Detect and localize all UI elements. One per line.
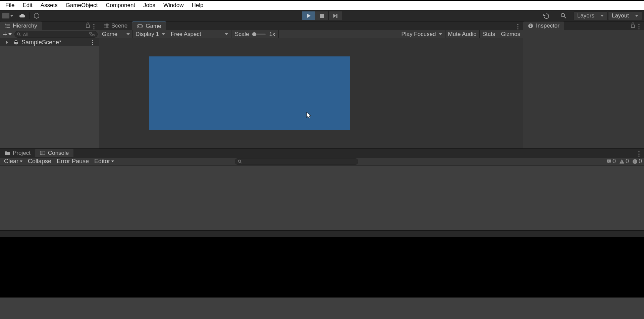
- tab-project[interactable]: Project: [0, 149, 35, 157]
- game-viewport[interactable]: [99, 38, 523, 148]
- menu-jobs[interactable]: Jobs: [139, 1, 159, 10]
- lock-icon[interactable]: [631, 22, 635, 30]
- cloud-icon: [19, 13, 25, 18]
- console-clear-button[interactable]: Clear: [2, 157, 24, 166]
- cloud-button[interactable]: [16, 11, 28, 20]
- chevron-down-icon: [111, 161, 114, 162]
- console-editor-dropdown[interactable]: Editor: [92, 157, 116, 166]
- console-counters: 0 0 0: [606, 158, 642, 165]
- menu-component[interactable]: Component: [102, 1, 139, 10]
- play-focused-label: Play Focused: [401, 31, 436, 38]
- menu-edit[interactable]: Edit: [18, 1, 36, 10]
- lower-panel: Project Console ⋮ Clear Collapse Error P…: [0, 148, 644, 230]
- warning-icon: [619, 159, 625, 164]
- chevron-down-icon: [225, 33, 228, 35]
- console-toolbar: Clear Collapse Error Pause Editor 0 0 0: [0, 157, 644, 166]
- inspector-panel: Inspector ⋮: [523, 21, 644, 148]
- aspect-dropdown[interactable]: Free Aspect: [168, 30, 231, 38]
- package-button[interactable]: [31, 11, 42, 20]
- unity-logo-icon: [13, 40, 19, 45]
- step-button[interactable]: [329, 11, 342, 20]
- search-icon: [17, 32, 21, 36]
- step-icon: [333, 13, 338, 18]
- layout-dropdown[interactable]: Layout: [608, 11, 642, 20]
- console-collapse-toggle[interactable]: Collapse: [26, 157, 53, 166]
- hierarchy-create-dropdown[interactable]: [1, 31, 13, 37]
- lower-panel-menu[interactable]: ⋮: [636, 150, 642, 157]
- menu-file[interactable]: File: [1, 1, 18, 10]
- play-focused-dropdown[interactable]: Play Focused: [399, 30, 445, 38]
- expand-arrow-icon[interactable]: [6, 41, 8, 44]
- search-icon: [238, 160, 242, 164]
- tab-scene[interactable]: Scene: [99, 21, 132, 30]
- svg-point-4: [561, 13, 565, 17]
- hierarchy-scene-menu[interactable]: ⋮: [90, 39, 96, 46]
- svg-point-10: [6, 27, 7, 28]
- hierarchy-scene-item[interactable]: SampleScene* ⋮: [0, 38, 99, 46]
- global-search-button[interactable]: [556, 11, 571, 20]
- play-button[interactable]: [302, 11, 315, 20]
- tab-game[interactable]: Game: [132, 21, 166, 30]
- project-tab-label: Project: [13, 150, 31, 156]
- chevron-down-icon: [439, 33, 442, 35]
- console-body[interactable]: [0, 166, 644, 230]
- console-warning-count[interactable]: 0: [619, 158, 629, 165]
- game-mode-label: Game: [102, 31, 117, 38]
- lower-tab-bar: Project Console ⋮: [0, 149, 644, 157]
- svg-line-40: [240, 162, 241, 163]
- console-info-count[interactable]: 0: [606, 158, 616, 165]
- scale-slider-knob[interactable]: [252, 32, 256, 36]
- error-icon: [632, 159, 638, 164]
- svg-point-28: [141, 27, 142, 27]
- stats-toggle[interactable]: Stats: [479, 30, 498, 38]
- aspect-label: Free Aspect: [171, 31, 201, 38]
- menu-window[interactable]: Window: [159, 1, 187, 10]
- inspector-menu-button[interactable]: ⋮: [636, 23, 642, 30]
- scale-value: 1x: [269, 31, 275, 38]
- game-mode-dropdown[interactable]: Game: [99, 30, 133, 38]
- plus-icon: [3, 32, 7, 37]
- hierarchy-search-input[interactable]: All: [14, 31, 98, 38]
- svg-rect-12: [86, 25, 90, 28]
- hierarchy-tab-bar: Hierarchy ⋮: [0, 21, 99, 30]
- display-label: Display 1: [136, 31, 159, 38]
- inspector-body: [523, 30, 644, 148]
- main-panel: Scene Game ⋮ Game Display 1: [99, 21, 523, 148]
- console-search-input[interactable]: [235, 158, 358, 165]
- display-dropdown[interactable]: Display 1: [133, 30, 168, 38]
- svg-point-39: [238, 160, 241, 162]
- chevron-down-icon: [600, 15, 604, 17]
- svg-point-15: [17, 33, 20, 35]
- gizmos-toggle[interactable]: Gizmos: [498, 30, 523, 38]
- undo-history-button[interactable]: [539, 11, 553, 20]
- menu-gameobject[interactable]: GameObject: [62, 1, 102, 10]
- hierarchy-toolbar: All: [0, 30, 99, 38]
- tab-console[interactable]: Console: [35, 149, 73, 157]
- game-icon: [137, 24, 143, 28]
- console-error-pause-toggle[interactable]: Error Pause: [55, 157, 91, 166]
- hierarchy-scene-label: SampleScene*: [21, 39, 61, 46]
- account-icon: [2, 13, 9, 18]
- menu-assets[interactable]: Assets: [37, 1, 62, 10]
- history-icon: [543, 13, 550, 19]
- search-icon: [560, 13, 567, 19]
- folder-icon: [5, 151, 10, 155]
- svg-rect-43: [622, 161, 622, 162]
- svg-rect-33: [530, 25, 531, 25]
- black-letterbox: [0, 237, 644, 298]
- scale-slider[interactable]: [252, 34, 266, 35]
- layers-dropdown[interactable]: Layers: [574, 11, 607, 20]
- account-dropdown[interactable]: [2, 11, 13, 20]
- menu-help[interactable]: Help: [187, 1, 207, 10]
- svg-line-16: [19, 35, 20, 36]
- console-error-count[interactable]: 0: [632, 158, 642, 165]
- tab-inspector[interactable]: Inspector: [523, 21, 564, 30]
- tab-hierarchy[interactable]: Hierarchy: [0, 21, 42, 30]
- info-bubble-icon: [606, 159, 611, 164]
- mute-audio-toggle[interactable]: Mute Audio: [445, 30, 479, 38]
- hierarchy-menu-button[interactable]: ⋮: [91, 23, 97, 30]
- main-panel-menu[interactable]: ⋮: [515, 23, 521, 30]
- lock-icon[interactable]: [86, 22, 90, 30]
- pause-button[interactable]: [315, 11, 329, 20]
- hierarchy-search-type-icon[interactable]: [89, 32, 95, 37]
